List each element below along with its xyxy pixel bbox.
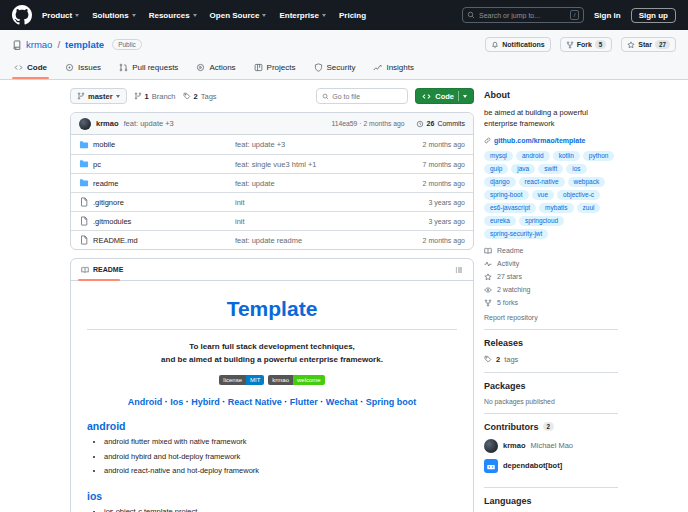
star-icon — [484, 273, 492, 281]
readme-link[interactable]: Hybird — [191, 397, 220, 407]
sidebar-item-stars[interactable]: 27 stars — [484, 273, 618, 281]
readme-link[interactable]: Spring boot — [366, 397, 417, 407]
sidebar-item-activity[interactable]: Activity — [484, 260, 618, 268]
topic-chip[interactable]: gulp — [484, 164, 508, 174]
section-heading[interactable]: ios — [87, 490, 457, 502]
dependabot-avatar[interactable] — [484, 459, 498, 473]
topic-chip[interactable]: eureka — [484, 216, 516, 226]
tab-pull-requests[interactable]: Pull requests — [113, 59, 184, 79]
topic-chip[interactable]: springcloud — [519, 216, 564, 226]
file-name-link[interactable]: README.md — [93, 236, 235, 245]
go-to-file-input[interactable] — [332, 93, 402, 100]
topic-chip[interactable]: python — [583, 151, 615, 161]
topic-chip[interactable]: ios — [566, 164, 586, 174]
nav-menu-item[interactable]: Solutions — [92, 11, 135, 20]
topic-chip[interactable]: mysql — [484, 151, 513, 161]
file-row[interactable]: .gitmodules init 3 years ago — [71, 211, 473, 230]
contributor-row[interactable]: dependabot[bot] — [484, 459, 618, 473]
repo-owner-link[interactable]: krmao — [26, 39, 52, 50]
nav-menu-item[interactable]: Product — [42, 11, 79, 20]
file-name-link[interactable]: readme — [93, 179, 235, 188]
sidebar-item-watching[interactable]: 2 watching — [484, 286, 618, 294]
commit-message-link[interactable]: feat: update +3 — [124, 119, 327, 128]
file-commit-message[interactable]: feat: single vue3 html +1 — [235, 160, 399, 169]
readme-link[interactable]: Flutter — [290, 397, 318, 407]
shield-badge[interactable]: licenseMIT — [219, 375, 264, 385]
file-row[interactable]: README.md feat: update readme 2 months a… — [71, 230, 473, 249]
file-row[interactable]: .gitignore init 3 years ago — [71, 192, 473, 211]
topic-chip[interactable]: webpack — [568, 177, 606, 187]
topic-chip[interactable]: mybatis — [539, 203, 573, 213]
topic-chip[interactable]: vue — [532, 190, 554, 200]
code-download-button[interactable]: Code — [415, 88, 474, 104]
topic-chip[interactable]: spring-boot — [484, 190, 529, 200]
commit-hash-time[interactable]: 114ea59 · 2 months ago — [331, 120, 404, 127]
topic-chip[interactable]: java — [511, 164, 535, 174]
topic-chip[interactable]: react-native — [519, 177, 565, 187]
nav-menu-item[interactable]: Open Source — [210, 11, 267, 20]
readme-tab[interactable]: README — [93, 266, 123, 273]
sign-in-link[interactable]: Sign in — [594, 11, 621, 20]
tab-actions[interactable]: Actions — [190, 59, 241, 79]
global-search-input[interactable]: Search or jump to... / — [462, 7, 584, 23]
file-name-link[interactable]: mobile — [93, 140, 235, 149]
topic-chip[interactable]: django — [484, 177, 516, 187]
file-commit-message[interactable]: feat: update — [235, 179, 399, 188]
branches-link[interactable]: 1 Branch — [134, 92, 176, 101]
readme-link[interactable]: Wechat — [326, 397, 358, 407]
go-to-file-search[interactable] — [316, 88, 408, 104]
nav-menu-item[interactable]: Resources — [149, 11, 197, 20]
fork-button[interactable]: Fork 5 — [560, 37, 613, 52]
star-button[interactable]: Star 27 — [621, 37, 676, 52]
tab-insights[interactable]: Insights — [367, 59, 420, 79]
sign-up-button[interactable]: Sign up — [631, 8, 676, 23]
avatar[interactable] — [484, 439, 498, 453]
topic-chip[interactable]: zuul — [577, 203, 601, 213]
sidebar-item-forks[interactable]: 5 forks — [484, 299, 618, 307]
commit-author-link[interactable]: krmao — [96, 119, 119, 128]
file-row[interactable]: pc feat: single vue3 html +1 7 months ag… — [71, 154, 473, 173]
avatar[interactable] — [79, 118, 91, 130]
topic-chip[interactable]: es6-javascript — [484, 203, 536, 213]
tab-code[interactable]: Code — [8, 59, 53, 79]
topic-chip[interactable]: kotlin — [553, 151, 580, 161]
readme-title[interactable]: Template — [87, 297, 457, 330]
fork-count: 5 — [595, 40, 607, 49]
file-commit-message[interactable]: feat: update readme — [235, 236, 399, 245]
file-row[interactable]: readme feat: update 2 months ago — [71, 173, 473, 192]
nav-menu-item[interactable]: Pricing — [339, 11, 366, 20]
sidebar-item-readme[interactable]: Readme — [484, 247, 618, 255]
file-commit-message[interactable]: init — [235, 198, 399, 207]
topic-chip[interactable]: swift — [538, 164, 563, 174]
github-logo-icon[interactable] — [12, 5, 32, 25]
file-commit-message[interactable]: feat: update +3 — [235, 140, 399, 149]
topic-chip[interactable]: objective-c — [557, 190, 600, 200]
tab-projects[interactable]: Projects — [248, 59, 302, 79]
tags-link[interactable]: 2 Tags — [183, 92, 217, 101]
repo-name-link[interactable]: template — [65, 39, 104, 50]
topic-chip[interactable]: android — [516, 151, 550, 161]
file-row[interactable]: mobile feat: update +3 2 months ago — [71, 135, 473, 154]
shield-badge[interactable]: krmaowelcome — [268, 375, 324, 385]
file-type-icon — [79, 216, 93, 226]
readme-link[interactable]: Ios — [170, 397, 183, 407]
file-commit-message[interactable]: init — [235, 217, 399, 226]
file-name-link[interactable]: pc — [93, 160, 235, 169]
nav-menu-item[interactable]: Enterprise — [279, 11, 326, 20]
tab-issues[interactable]: Issues — [59, 59, 107, 79]
notifications-button[interactable]: Notifications — [485, 37, 550, 52]
branch-selector[interactable]: master — [70, 88, 127, 104]
readme-link[interactable]: React Native — [228, 397, 282, 407]
contributor-row[interactable]: krmao Michael Mao — [484, 439, 618, 453]
file-name-link[interactable]: .gitmodules — [93, 217, 235, 226]
outline-icon[interactable] — [455, 266, 463, 274]
tab-security[interactable]: Security — [308, 59, 362, 79]
section-heading[interactable]: android — [87, 420, 457, 432]
commit-history-link[interactable]: 26 Commits — [416, 120, 465, 128]
readme-link[interactable]: Android — [128, 397, 163, 407]
topic-chip[interactable]: spring-security-jwt — [484, 229, 548, 239]
tags-link[interactable]: 2 tags — [484, 355, 618, 364]
repo-website-link[interactable]: github.com/krmao/template — [484, 137, 618, 144]
report-repository-link[interactable]: Report repository — [484, 314, 618, 321]
file-name-link[interactable]: .gitignore — [93, 198, 235, 207]
